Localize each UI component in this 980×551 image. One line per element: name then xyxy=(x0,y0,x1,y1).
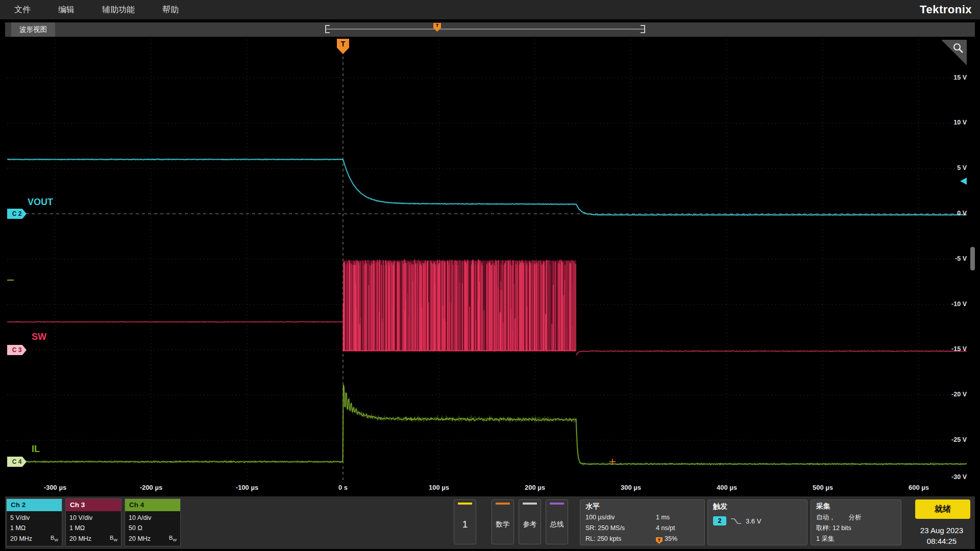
trigger-source-badge: 2 xyxy=(713,516,726,525)
tab-waveform-view[interactable]: 波形视图 xyxy=(11,22,55,37)
ch2-impedance: 1 MΩ xyxy=(10,523,58,533)
x-axis-tick: 400 µs xyxy=(717,484,737,491)
x-axis-tick: 300 µs xyxy=(621,484,641,491)
vertical-scrollbar-thumb[interactable] xyxy=(970,247,975,270)
trigger-position-icon: T xyxy=(656,537,663,544)
bottom-bar: Ch 2 5 V/div 1 MΩ 20 MHz BW Ch 3 10 V/di… xyxy=(5,496,975,549)
channel-1-button[interactable]: 1 xyxy=(454,499,476,544)
math-button[interactable]: 数学 xyxy=(492,499,514,544)
horizontal-window: 1 ms xyxy=(656,512,699,523)
ch3-scale: 10 V/div xyxy=(69,513,117,523)
bandwidth-limit-icon: BW xyxy=(51,534,58,544)
menu-help[interactable]: 帮助 xyxy=(162,5,179,15)
x-axis-tick: 600 µs xyxy=(909,484,929,491)
bus-button[interactable]: 总线 xyxy=(546,499,568,544)
date-label: 23 Aug 2023 xyxy=(911,526,972,535)
trigger-title: 触发 xyxy=(713,502,802,511)
menu-utility[interactable]: 辅助功能 xyxy=(102,5,135,15)
ch2-header: Ch 2 xyxy=(7,499,62,511)
channel-badge-ch3[interactable]: Ch 3 10 V/div 1 MΩ 20 MHz BW xyxy=(65,498,121,546)
x-axis-tick: -100 µs xyxy=(236,484,258,491)
x-axis-tick: 200 µs xyxy=(525,484,545,491)
ch4-bandwidth: 20 MHz xyxy=(129,534,151,544)
resolution: 4 ns/pt xyxy=(656,523,699,534)
trace-label-sw: SW xyxy=(32,332,46,342)
tektronix-logo: Tektronix xyxy=(920,3,972,16)
magnifier-icon[interactable] xyxy=(952,42,965,55)
acq-count: 1 采集 xyxy=(816,534,834,544)
horizontal-title: 水平 xyxy=(585,502,699,511)
ready-status-badge: 就绪 xyxy=(915,499,970,519)
ch4-scale: 10 A/div xyxy=(129,513,177,523)
acq-analyze: 分析 xyxy=(849,512,862,523)
minimap-left-bracket-icon[interactable] xyxy=(325,25,330,33)
waveform-canvas[interactable] xyxy=(7,40,967,483)
acquisition-panel[interactable]: 采集 自动， 分析 取样: 12 bits 1 采集 xyxy=(811,499,901,545)
acq-mode: 自动， xyxy=(816,512,836,523)
falling-edge-icon xyxy=(730,517,742,525)
bandwidth-limit-icon: BW xyxy=(110,534,117,544)
trace-label-vout: VOUT xyxy=(28,197,53,208)
x-axis-tick: -300 µs xyxy=(44,484,66,491)
menu-edit[interactable]: 编辑 xyxy=(58,5,75,15)
bandwidth-limit-icon: BW xyxy=(169,534,177,544)
channel-badge-ch4[interactable]: Ch 4 10 A/div 50 Ω 20 MHz BW xyxy=(125,498,181,546)
x-axis-tick: 100 µs xyxy=(429,484,449,491)
record-length: RL: 250 kpts xyxy=(585,534,656,544)
channel-badge-ch2[interactable]: Ch 2 5 V/div 1 MΩ 20 MHz BW xyxy=(6,498,62,546)
ch4-header: Ch 4 xyxy=(125,499,180,511)
acquisition-title: 采集 xyxy=(816,502,896,511)
time-label: 08:44:25 xyxy=(911,537,972,545)
trigger-level: 3.6 V xyxy=(746,517,761,525)
trigger-panel[interactable]: 触发 2 3.6 V xyxy=(707,499,807,545)
record-minimap-track[interactable] xyxy=(325,29,645,30)
trigger-position: T35% xyxy=(656,534,699,544)
menu-file[interactable]: 文件 xyxy=(14,5,31,15)
view-tab-bar: 波形视图 xyxy=(5,22,975,37)
x-axis-tick: 0 s xyxy=(338,484,348,491)
trace-label-il: IL xyxy=(32,444,40,455)
horizontal-panel[interactable]: 水平 100 µs/div 1 ms SR: 250 MS/s 4 ns/pt … xyxy=(580,499,705,545)
trigger-level-arrow-icon[interactable] xyxy=(960,178,967,185)
ch3-header: Ch 3 xyxy=(66,499,121,511)
menu-bar: 文件 编辑 辅助功能 帮助 xyxy=(0,0,980,19)
ch3-impedance: 1 MΩ xyxy=(69,523,117,533)
sample-rate: SR: 250 MS/s xyxy=(585,523,656,534)
ch2-scale: 5 V/div xyxy=(10,513,58,523)
ch2-bandwidth: 20 MHz xyxy=(10,534,32,544)
horizontal-scale: 100 µs/div xyxy=(585,512,656,523)
ref-button[interactable]: 参考 xyxy=(519,499,541,544)
acq-sample-bits: 取样: 12 bits xyxy=(816,523,851,534)
ch4-impedance: 50 Ω xyxy=(129,523,177,533)
x-axis-tick: -200 µs xyxy=(140,484,162,491)
ch3-bandwidth: 20 MHz xyxy=(69,534,91,544)
x-axis-tick: 500 µs xyxy=(813,484,833,491)
minimap-right-bracket-icon[interactable] xyxy=(641,25,645,33)
